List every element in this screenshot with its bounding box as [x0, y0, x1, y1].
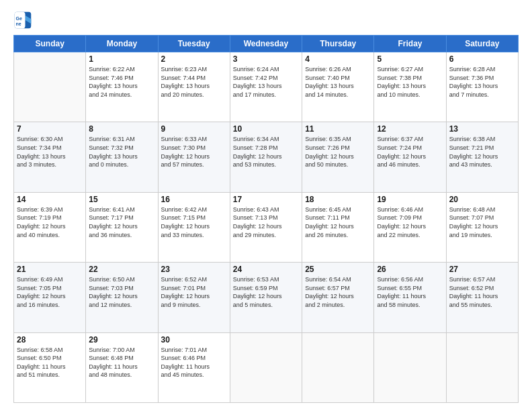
- calendar-cell: 8Sunrise: 6:31 AM Sunset: 7:32 PM Daylig…: [86, 122, 158, 192]
- weekday-saturday: Saturday: [446, 36, 518, 52]
- weekday-header-row: SundayMondayTuesdayWednesdayThursdayFrid…: [14, 36, 519, 52]
- cell-info: Sunrise: 6:38 AM Sunset: 7:21 PM Dayligh…: [449, 135, 515, 169]
- day-number: 21: [17, 265, 83, 274]
- cell-info: Sunrise: 6:31 AM Sunset: 7:32 PM Dayligh…: [89, 135, 154, 169]
- day-number: 23: [161, 265, 227, 274]
- day-number: 10: [233, 124, 299, 134]
- svg-text:ne: ne: [16, 21, 21, 26]
- calendar-cell: [14, 52, 86, 122]
- day-number: 13: [449, 124, 515, 134]
- calendar-cell: 9Sunrise: 6:33 AM Sunset: 7:30 PM Daylig…: [158, 122, 230, 192]
- cell-info: Sunrise: 6:34 AM Sunset: 7:28 PM Dayligh…: [233, 135, 299, 169]
- calendar-cell: 7Sunrise: 6:30 AM Sunset: 7:34 PM Daylig…: [14, 122, 86, 192]
- calendar-cell: 12Sunrise: 6:37 AM Sunset: 7:24 PM Dayli…: [374, 122, 446, 192]
- calendar-cell: 1Sunrise: 6:22 AM Sunset: 7:46 PM Daylig…: [86, 52, 158, 122]
- calendar-cell: 25Sunrise: 6:54 AM Sunset: 6:57 PM Dayli…: [302, 263, 374, 332]
- page: Ge ne SundayMondayTuesdayWednesdayThursd…: [0, 0, 532, 411]
- day-number: 26: [377, 265, 443, 274]
- cell-info: Sunrise: 6:37 AM Sunset: 7:24 PM Dayligh…: [377, 135, 443, 169]
- day-number: 1: [89, 54, 154, 64]
- cell-info: Sunrise: 6:23 AM Sunset: 7:44 PM Dayligh…: [161, 65, 227, 99]
- svg-text:Ge: Ge: [16, 16, 22, 21]
- cell-info: Sunrise: 6:26 AM Sunset: 7:40 PM Dayligh…: [305, 65, 371, 99]
- calendar-cell: 19Sunrise: 6:46 AM Sunset: 7:09 PM Dayli…: [374, 192, 446, 262]
- day-number: 4: [305, 54, 371, 64]
- day-number: 7: [17, 124, 83, 134]
- cell-info: Sunrise: 6:28 AM Sunset: 7:36 PM Dayligh…: [449, 65, 515, 99]
- calendar-cell: 16Sunrise: 6:42 AM Sunset: 7:15 PM Dayli…: [158, 192, 230, 262]
- cell-info: Sunrise: 6:33 AM Sunset: 7:30 PM Dayligh…: [161, 135, 227, 169]
- day-number: 29: [89, 335, 154, 345]
- calendar-cell: 5Sunrise: 6:27 AM Sunset: 7:38 PM Daylig…: [374, 52, 446, 122]
- cell-info: Sunrise: 6:46 AM Sunset: 7:09 PM Dayligh…: [377, 205, 443, 239]
- calendar-cell: 14Sunrise: 6:39 AM Sunset: 7:19 PM Dayli…: [14, 192, 86, 262]
- cell-info: Sunrise: 6:43 AM Sunset: 7:13 PM Dayligh…: [233, 205, 299, 239]
- cell-info: Sunrise: 6:42 AM Sunset: 7:15 PM Dayligh…: [161, 205, 227, 239]
- calendar-row-3: 14Sunrise: 6:39 AM Sunset: 7:19 PM Dayli…: [14, 192, 519, 262]
- day-number: 18: [305, 195, 371, 204]
- calendar-table: SundayMondayTuesdayWednesdayThursdayFrid…: [13, 35, 519, 403]
- calendar-cell: 17Sunrise: 6:43 AM Sunset: 7:13 PM Dayli…: [230, 192, 302, 262]
- day-number: 3: [233, 54, 299, 64]
- day-number: 11: [305, 124, 371, 134]
- calendar-cell: 15Sunrise: 6:41 AM Sunset: 7:17 PM Dayli…: [86, 192, 158, 262]
- calendar-cell: 2Sunrise: 6:23 AM Sunset: 7:44 PM Daylig…: [158, 52, 230, 122]
- cell-info: Sunrise: 6:30 AM Sunset: 7:34 PM Dayligh…: [17, 135, 83, 169]
- cell-info: Sunrise: 6:22 AM Sunset: 7:46 PM Dayligh…: [89, 65, 154, 99]
- weekday-sunday: Sunday: [14, 36, 86, 52]
- day-number: 19: [377, 195, 443, 204]
- weekday-friday: Friday: [374, 36, 446, 52]
- calendar-cell: [446, 332, 518, 402]
- day-number: 24: [233, 265, 299, 274]
- day-number: 8: [89, 124, 154, 134]
- calendar-cell: 23Sunrise: 6:52 AM Sunset: 7:01 PM Dayli…: [158, 263, 230, 332]
- calendar-cell: 21Sunrise: 6:49 AM Sunset: 7:05 PM Dayli…: [14, 263, 86, 332]
- logo-icon: Ge ne: [13, 11, 32, 30]
- calendar-row-2: 7Sunrise: 6:30 AM Sunset: 7:34 PM Daylig…: [14, 122, 519, 192]
- calendar-cell: 28Sunrise: 6:58 AM Sunset: 6:50 PM Dayli…: [14, 332, 86, 402]
- cell-info: Sunrise: 6:41 AM Sunset: 7:17 PM Dayligh…: [89, 205, 154, 239]
- cell-info: Sunrise: 6:45 AM Sunset: 7:11 PM Dayligh…: [305, 205, 371, 239]
- calendar-cell: [302, 332, 374, 402]
- cell-info: Sunrise: 7:00 AM Sunset: 6:48 PM Dayligh…: [89, 346, 154, 379]
- cell-info: Sunrise: 6:39 AM Sunset: 7:19 PM Dayligh…: [17, 205, 83, 239]
- calendar-cell: 10Sunrise: 6:34 AM Sunset: 7:28 PM Dayli…: [230, 122, 302, 192]
- calendar-cell: 11Sunrise: 6:35 AM Sunset: 7:26 PM Dayli…: [302, 122, 374, 192]
- calendar-cell: 24Sunrise: 6:53 AM Sunset: 6:59 PM Dayli…: [230, 263, 302, 332]
- day-number: 5: [377, 54, 443, 64]
- calendar-row-5: 28Sunrise: 6:58 AM Sunset: 6:50 PM Dayli…: [14, 332, 519, 402]
- day-number: 16: [161, 195, 227, 204]
- day-number: 12: [377, 124, 443, 134]
- calendar-cell: 20Sunrise: 6:48 AM Sunset: 7:07 PM Dayli…: [446, 192, 518, 262]
- day-number: 14: [17, 195, 83, 204]
- weekday-thursday: Thursday: [302, 36, 374, 52]
- logo: Ge ne: [13, 11, 35, 30]
- cell-info: Sunrise: 6:49 AM Sunset: 7:05 PM Dayligh…: [17, 275, 83, 309]
- cell-info: Sunrise: 6:35 AM Sunset: 7:26 PM Dayligh…: [305, 135, 371, 169]
- day-number: 20: [449, 195, 515, 204]
- day-number: 30: [161, 335, 227, 345]
- cell-info: Sunrise: 6:54 AM Sunset: 6:57 PM Dayligh…: [305, 275, 371, 309]
- calendar-cell: 27Sunrise: 6:57 AM Sunset: 6:52 PM Dayli…: [446, 263, 518, 332]
- cell-info: Sunrise: 6:48 AM Sunset: 7:07 PM Dayligh…: [449, 205, 515, 239]
- cell-info: Sunrise: 6:50 AM Sunset: 7:03 PM Dayligh…: [89, 275, 154, 309]
- day-number: 15: [89, 195, 154, 204]
- weekday-monday: Monday: [86, 36, 158, 52]
- day-number: 17: [233, 195, 299, 204]
- cell-info: Sunrise: 6:56 AM Sunset: 6:55 PM Dayligh…: [377, 275, 443, 309]
- calendar-cell: 30Sunrise: 7:01 AM Sunset: 6:46 PM Dayli…: [158, 332, 230, 402]
- cell-info: Sunrise: 6:57 AM Sunset: 6:52 PM Dayligh…: [449, 275, 515, 309]
- day-number: 25: [305, 265, 371, 274]
- weekday-wednesday: Wednesday: [230, 36, 302, 52]
- calendar-cell: 6Sunrise: 6:28 AM Sunset: 7:36 PM Daylig…: [446, 52, 518, 122]
- calendar-cell: 13Sunrise: 6:38 AM Sunset: 7:21 PM Dayli…: [446, 122, 518, 192]
- calendar-cell: 3Sunrise: 6:24 AM Sunset: 7:42 PM Daylig…: [230, 52, 302, 122]
- cell-info: Sunrise: 6:27 AM Sunset: 7:38 PM Dayligh…: [377, 65, 443, 99]
- calendar-cell: 29Sunrise: 7:00 AM Sunset: 6:48 PM Dayli…: [86, 332, 158, 402]
- calendar-cell: 4Sunrise: 6:26 AM Sunset: 7:40 PM Daylig…: [302, 52, 374, 122]
- day-number: 27: [449, 265, 515, 274]
- calendar-cell: [230, 332, 302, 402]
- weekday-tuesday: Tuesday: [158, 36, 230, 52]
- cell-info: Sunrise: 6:53 AM Sunset: 6:59 PM Dayligh…: [233, 275, 299, 309]
- day-number: 6: [449, 54, 515, 64]
